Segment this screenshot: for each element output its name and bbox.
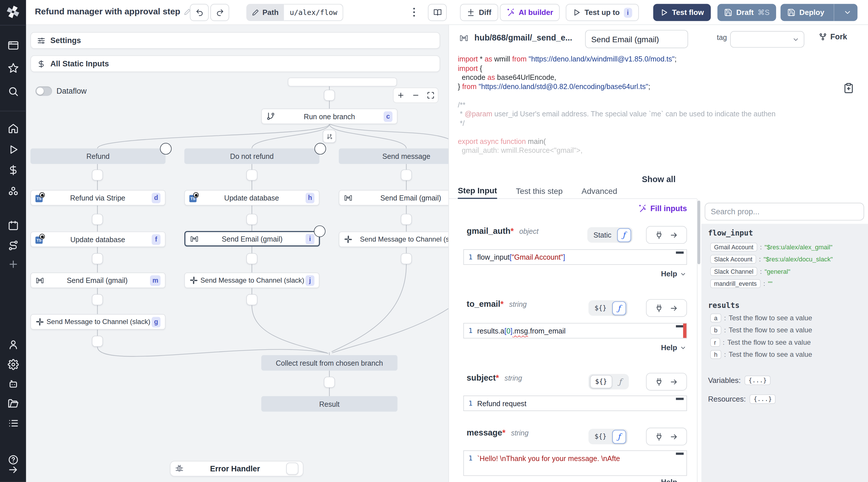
node-update-database-h[interactable]: TS Update database h: [184, 190, 319, 205]
message-editor[interactable]: 1 `Hello! \nThank you for your message. …: [463, 450, 687, 476]
plug-icon[interactable]: [655, 304, 663, 312]
help-link[interactable]: Help: [661, 344, 687, 352]
remove-branch-button[interactable]: [314, 143, 326, 154]
all-static-inputs-row[interactable]: All Static Inputs: [30, 55, 440, 72]
add-step-connector[interactable]: [92, 253, 103, 264]
result-row[interactable]: b:Test the flow to see a value: [710, 326, 812, 335]
add-branch-connector[interactable]: [322, 130, 336, 143]
script-path[interactable]: hub/868/gmail/_send_e...: [474, 33, 572, 42]
code-preview[interactable]: import * as wmill from "https://deno.lan…: [449, 51, 868, 183]
copy-code-icon[interactable]: [843, 82, 854, 94]
ai-builder-button[interactable]: AI builder: [500, 4, 560, 21]
sidebar-add-icon[interactable]: [7, 259, 19, 270]
flow-input-section-title[interactable]: flow_input: [708, 228, 753, 237]
branch-header-refund[interactable]: Refund: [30, 148, 166, 164]
add-step-connector[interactable]: [324, 376, 335, 388]
help-link[interactable]: Help: [661, 270, 687, 278]
result-row[interactable]: h:Test the flow to see a value: [710, 350, 812, 359]
show-all-button[interactable]: Show all: [449, 174, 868, 183]
prop-row[interactable]: mandrill_events:"": [710, 279, 772, 288]
diff-button[interactable]: Diff: [460, 4, 498, 21]
collect-result-node[interactable]: Collect result from chosen branch: [261, 355, 397, 371]
add-step-connector[interactable]: [324, 90, 335, 101]
javascript-mode-option[interactable]: ƒ: [613, 375, 627, 389]
arrow-right-icon[interactable]: [670, 231, 678, 239]
docs-button[interactable]: [428, 4, 447, 21]
tab-advanced[interactable]: Advanced: [582, 183, 617, 199]
test-flow-button[interactable]: Test flow: [653, 4, 711, 21]
resources-row[interactable]: Resources:{...}: [708, 394, 776, 404]
plug-icon[interactable]: [655, 377, 663, 386]
add-step-connector[interactable]: [401, 169, 412, 181]
prop-row[interactable]: Slack Account:"$res:u/alex/docu_slack": [710, 255, 833, 264]
result-row[interactable]: a:Test the flow to see a value: [710, 314, 812, 322]
branch-header-do-not-refund[interactable]: Do not refund: [184, 148, 319, 164]
prop-row[interactable]: Gmail Account:"$res:u/alex/alex_gmail": [710, 243, 832, 252]
more-menu-icon[interactable]: [408, 6, 420, 18]
template-mode-option[interactable]: ${}: [590, 304, 611, 312]
add-step-connector[interactable]: [92, 336, 103, 347]
add-step-connector[interactable]: [246, 253, 257, 264]
fork-button[interactable]: Fork: [818, 32, 847, 41]
help-link[interactable]: Help: [661, 478, 677, 482]
sidebar-item-favorites[interactable]: [7, 63, 19, 74]
tab-step-input[interactable]: Step Input: [458, 183, 497, 199]
add-step-connector[interactable]: [92, 169, 103, 181]
input-node-partial[interactable]: [288, 78, 397, 86]
node-send-email-m[interactable]: Send Email (gmail) m: [30, 273, 166, 288]
sidebar-item-variables[interactable]: [7, 165, 19, 176]
sidebar-item-users[interactable]: [7, 339, 19, 350]
remove-branch-button[interactable]: [160, 143, 172, 154]
sidebar-item-resources[interactable]: [7, 186, 19, 197]
flow-title[interactable]: Refund manager with approval step: [35, 7, 191, 17]
to-email-expression-editor[interactable]: 1 results.a[0].msg.from_email: [463, 323, 687, 338]
arrow-right-icon[interactable]: [670, 377, 678, 386]
fill-inputs-button[interactable]: Fill inputs: [593, 204, 687, 213]
redo-button[interactable]: [210, 4, 229, 21]
sidebar-item-routes[interactable]: [7, 240, 19, 251]
flow-settings-row[interactable]: Settings: [30, 32, 440, 49]
result-node[interactable]: Result: [261, 396, 397, 412]
logout-arrow-icon[interactable]: [7, 464, 19, 475]
plug-icon[interactable]: [655, 432, 663, 441]
search-icon[interactable]: [7, 86, 19, 97]
node-send-email-k[interactable]: Send Email (gmail): [339, 190, 448, 205]
subject-editor[interactable]: 1 Refund request: [463, 396, 687, 411]
gmail-auth-expression-editor[interactable]: 1 flow_input["Gmail Account"]: [463, 249, 687, 265]
tab-test-this-step[interactable]: Test this step: [516, 183, 563, 199]
add-step-connector[interactable]: [246, 169, 257, 181]
deselect-node-button[interactable]: [314, 226, 325, 237]
branch-header-send-message[interactable]: Send message: [339, 148, 448, 164]
sidebar-item-folders[interactable]: [7, 398, 19, 409]
step-summary-input[interactable]: [585, 30, 688, 48]
add-step-connector[interactable]: [401, 214, 412, 225]
variables-row[interactable]: Variables:{...}: [708, 376, 771, 385]
path-button[interactable]: Path: [246, 4, 284, 21]
sidebar-item-ai[interactable]: [7, 378, 19, 390]
javascript-mode-option[interactable]: ƒ: [617, 228, 631, 242]
javascript-mode-option[interactable]: ƒ: [612, 430, 626, 444]
tag-select[interactable]: [730, 31, 804, 48]
help-icon[interactable]: [7, 454, 19, 465]
deploy-button[interactable]: Deploy: [780, 4, 857, 21]
add-error-handler-button[interactable]: [286, 462, 298, 475]
sidebar-item-schedules[interactable]: [7, 220, 19, 231]
javascript-mode-option[interactable]: ƒ: [612, 301, 626, 315]
scrollbar-thumb[interactable]: [698, 200, 701, 264]
sidebar-item-settings[interactable]: [7, 359, 19, 370]
template-mode-option[interactable]: ${}: [590, 433, 611, 441]
add-step-connector[interactable]: [92, 214, 103, 225]
node-send-slack-j[interactable]: Send Message to Channel (slack) j: [184, 273, 319, 288]
search-prop-input[interactable]: [705, 203, 864, 221]
error-handler-node[interactable]: Error Handler: [170, 461, 303, 477]
undo-button[interactable]: [190, 4, 209, 21]
sidebar-item-home[interactable]: [7, 123, 19, 134]
node-send-slack-g[interactable]: Send Message to Channel (slack) g: [30, 314, 166, 330]
node-update-database-f[interactable]: TS Update database f: [30, 231, 166, 247]
add-step-connector[interactable]: [246, 294, 257, 305]
node-refund-via-stripe[interactable]: TS Refund via Stripe d: [30, 190, 166, 205]
fit-view-icon[interactable]: [427, 91, 434, 99]
static-mode-option[interactable]: Static: [589, 231, 616, 239]
add-step-connector[interactable]: [246, 214, 257, 225]
sidebar-item-runs[interactable]: [7, 144, 19, 155]
